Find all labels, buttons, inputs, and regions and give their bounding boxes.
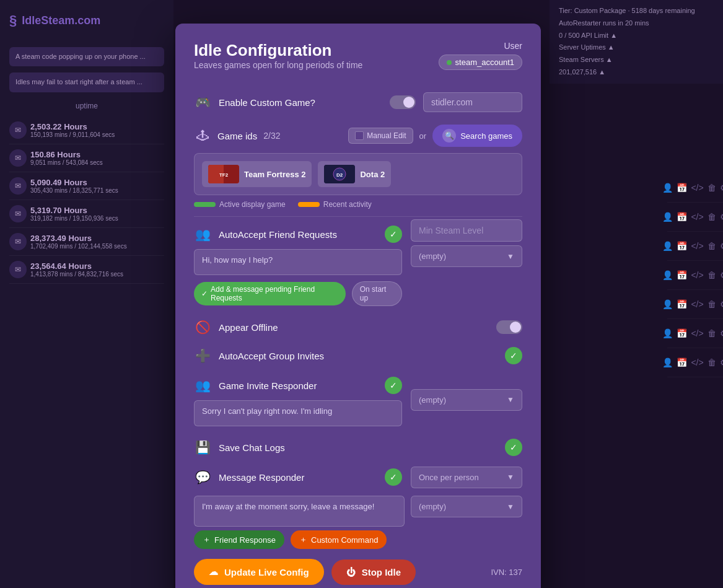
away-message-input[interactable]: I'm away at the moment sorry, leave a me…: [194, 496, 405, 527]
dropdown-arrow-icon: ▼: [507, 252, 514, 261]
away-message-section: I'm away at the moment sorry, leave a me…: [194, 496, 522, 527]
game-invite-dropdown-value: (empty): [419, 395, 446, 405]
search-games-button[interactable]: 🔍 Search games: [432, 125, 522, 147]
game-tag-tf2[interactable]: TF2 Team Fortress 2: [202, 161, 312, 187]
gamepad-icon: 🎮: [194, 95, 211, 110]
right-icons-panel: 👤 📅 </> 🗑 ⚙ 👤 📅 </> 🗑 ⚙ 👤 📅 </> 🗑 ⚙ 👤 📅 …: [667, 0, 723, 588]
trash-icon: 🗑: [708, 270, 716, 280]
person-icon: 👤: [662, 212, 673, 222]
modal-subtitle: Leaves games open for long periods of ti…: [194, 60, 362, 70]
custom-game-url-input[interactable]: [423, 92, 522, 112]
manual-edit-label: Manual Edit: [367, 131, 406, 140]
add-message-row: ✓ Add & message pending Friend Requests …: [194, 278, 402, 310]
min-steam-level-input[interactable]: [411, 219, 522, 242]
friend-response-badge[interactable]: ＋ Friend Response: [194, 530, 284, 549]
away-message-dropdown-wrapper: (empty) ▼: [411, 496, 522, 517]
user-status-dot: [447, 60, 452, 65]
game-tag-dota2[interactable]: D2 Dota 2: [318, 161, 391, 187]
icon-row: 👤 📅 </> 🗑 ⚙: [667, 232, 723, 261]
code-icon: </>: [691, 358, 703, 367]
game-invite-message-input[interactable]: Sorry I can't play right now. I'm idling: [194, 400, 402, 426]
code-icon: </>: [691, 270, 703, 280]
trash-icon: 🗑: [708, 183, 716, 193]
icon-row: 👤 📅 </> 🗑 ⚙: [667, 319, 723, 348]
ivn-label: IVN: 137: [491, 568, 522, 577]
stat-row: ✉ 2,503.22 Hours150,193 mins / 9,011,604…: [9, 116, 164, 144]
friend-chat-input[interactable]: Hi, how may I help?: [194, 249, 402, 275]
code-icon: </>: [691, 299, 703, 309]
enable-custom-game-toggle[interactable]: [390, 95, 416, 109]
custom-command-badge[interactable]: ＋ Custom Command: [291, 530, 387, 549]
save-chat-check: ✓: [505, 439, 522, 456]
enable-custom-game-label: Enable Custom Game?: [219, 97, 382, 108]
person-icon: 👤: [662, 241, 673, 251]
dropdown-arrow-icon: ▼: [507, 502, 514, 511]
dropdown-arrow-icon: ▼: [507, 473, 514, 481]
person-icon: 👤: [662, 183, 673, 193]
stop-btn-label: Stop Idle: [362, 567, 401, 577]
plus-icon-orange: ＋: [299, 534, 307, 545]
legend-recent: Recent activity: [298, 200, 372, 209]
dropdown-arrow-icon: ▼: [507, 395, 514, 404]
offline-icon: 🚫: [194, 320, 211, 335]
modal-title-group: Idle Configuration Leaves games open for…: [194, 41, 362, 82]
game-invite-section: 👥 Game Invite Responder ✓ Sorry I can't …: [194, 371, 522, 429]
modal-title: Idle Configuration: [194, 41, 362, 60]
stat-row: ✉ 28,373.49 Hours1,702,409 mins / 102,14…: [9, 228, 164, 256]
svg-text:D2: D2: [336, 172, 343, 178]
message-responder-right: Once per person ▼: [411, 467, 522, 488]
legend-bar-orange: [298, 202, 320, 207]
action-buttons-row: ☁ Update Live Config ⏻ Stop Idle IVN: 13…: [194, 559, 522, 585]
controller-icon: 🕹: [194, 129, 211, 143]
message-responder-dropdown[interactable]: Once per person ▼: [411, 467, 522, 488]
server-uptimes: Server Uptimes ▲: [559, 43, 615, 51]
tier-text: Tier:: [559, 7, 572, 14]
search-icon: 🔍: [442, 129, 456, 143]
notice-1: A steam code popping up on your phone ..…: [9, 47, 164, 66]
modal-header: Idle Configuration Leaves games open for…: [194, 41, 522, 82]
calendar-icon: 📅: [677, 358, 687, 367]
code-icon: </>: [691, 241, 703, 251]
message-responder-left: 💬 Message Responder ✓: [194, 462, 402, 492]
game-invite-label: Game Invite Responder: [219, 380, 377, 391]
save-chat-row: 💾 Save Chat Logs ✓: [194, 432, 522, 462]
legend-bar-green: [194, 202, 216, 207]
game-invite-icon: 👥: [194, 378, 211, 393]
game-invite-check: ✓: [385, 377, 402, 394]
autoaccept-group-check: ✓: [505, 347, 522, 364]
gear-icon: ⚙: [720, 299, 723, 309]
away-message-dropdown[interactable]: (empty) ▼: [411, 496, 522, 517]
plus-icon: ＋: [203, 534, 211, 545]
on-startup-badge[interactable]: On start up: [352, 281, 402, 306]
manual-edit-toggle[interactable]: Manual Edit: [348, 128, 413, 144]
person-icon: 👤: [662, 328, 673, 338]
min-steam-dropdown-value: (empty): [419, 252, 446, 261]
legend-row: Active display game Recent activity: [194, 195, 522, 214]
appear-offline-row: 🚫 Appear Offline: [194, 314, 522, 341]
calendar-icon: 📅: [677, 212, 687, 222]
autorestart-text: AutoRestarter runs in 20 mins: [559, 19, 649, 27]
code-icon: </>: [691, 328, 703, 338]
svg-text:TF2: TF2: [219, 172, 229, 178]
stop-idle-button[interactable]: ⏻ Stop Idle: [331, 559, 416, 585]
away-message-dropdown-value: (empty): [419, 502, 446, 511]
message-responder-check: ✓: [385, 468, 402, 486]
min-steam-dropdown[interactable]: (empty) ▼: [411, 245, 522, 267]
game-name-tf2: Team Fortress 2: [244, 170, 305, 179]
stat-icon: ✉: [9, 205, 27, 222]
update-live-config-button[interactable]: ☁ Update Live Config: [194, 559, 324, 585]
calendar-icon: 📅: [677, 299, 687, 309]
manual-edit-checkbox: [355, 131, 364, 140]
save-icon: 💾: [194, 440, 211, 455]
stat-row: ✉ 23,564.64 Hours1,413,878 mins / 84,832…: [9, 256, 164, 284]
app-logo: § IdleSteam.com: [9, 12, 164, 29]
add-message-badge[interactable]: ✓ Add & message pending Friend Requests: [194, 282, 346, 305]
logo-icon: §: [9, 12, 17, 29]
friend-response-label: Friend Response: [214, 535, 276, 545]
autoacceptfriend-check: ✓: [385, 226, 402, 243]
game-invite-dropdown[interactable]: (empty) ▼: [411, 389, 522, 411]
autoacceptfriend-section: 👥 AutoAccept Friend Requests ✓ Hi, how m…: [194, 219, 522, 310]
appear-offline-toggle[interactable]: [496, 320, 522, 334]
autoacceptfriend-label: AutoAccept Friend Requests: [219, 229, 377, 240]
notice-2: Idles may fail to start right after a st…: [9, 72, 164, 92]
